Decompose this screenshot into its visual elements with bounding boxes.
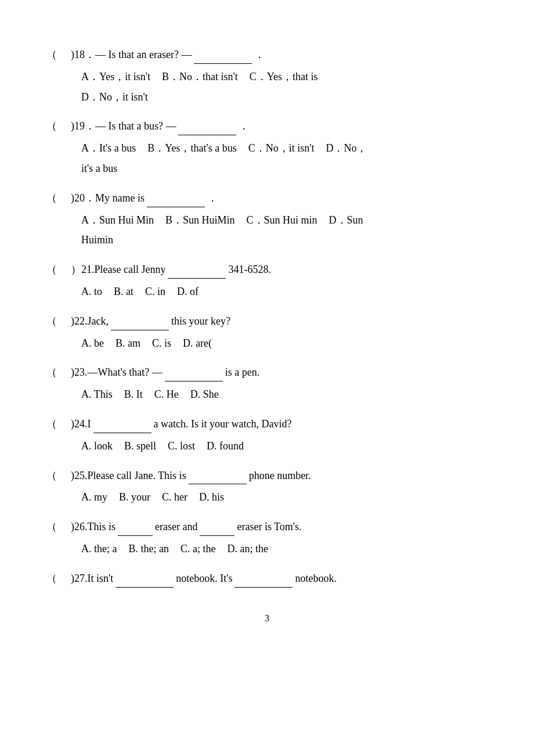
- answer-22-d: D. are(: [183, 335, 212, 352]
- q18-num: )18．: [71, 46, 95, 63]
- question-24-line: （ )24. I a watch. Is it your watch, Davi…: [46, 416, 488, 433]
- answer-19-a: A．It's a bus: [81, 140, 136, 157]
- answer-blank-21: [57, 261, 68, 278]
- answers-22: A. be B. am C. is D. are(: [81, 335, 488, 352]
- question-27: （ )27. It isn't notebook. It's notebook.: [46, 570, 488, 588]
- paren-open: （: [46, 313, 57, 330]
- q24-text: I: [88, 416, 91, 433]
- paren-open: （: [46, 570, 57, 587]
- answer-20-c: C．Sun Hui min: [247, 212, 317, 229]
- answers-19: A．It's a bus B．Yes，that's a bus C．No，it …: [81, 140, 488, 157]
- blank-27a: [116, 570, 174, 588]
- paren-open: （: [46, 190, 57, 207]
- answers-24: A. look B. spell C. lost D. found: [81, 438, 488, 455]
- answer-26-d: D. an; the: [227, 541, 268, 557]
- question-26: （ )26. This is eraser and eraser is Tom'…: [46, 519, 488, 557]
- answer-23-c: C. He: [154, 386, 179, 403]
- answer-blank-25: [57, 467, 68, 484]
- blank-22: [111, 313, 169, 330]
- answer-18-a: A．Yes，it isn't: [81, 69, 150, 85]
- paren-open: （: [46, 118, 57, 135]
- answer-blank-22: [57, 313, 68, 330]
- answer-19-b: B．Yes，that's a bus: [147, 140, 236, 157]
- blank-20: [147, 190, 205, 207]
- question-18: （ )18． ― Is that an eraser? ― ． A．Yes，it…: [46, 46, 488, 105]
- answer-19-continuation: it's a bus: [81, 160, 488, 177]
- q22-text: Jack,: [88, 313, 109, 330]
- answer-24-b: B. spell: [124, 438, 156, 455]
- q25-text: Please call Jane. This is: [88, 467, 186, 484]
- answer-blank-20: [57, 190, 68, 207]
- question-24: （ )24. I a watch. Is it your watch, Davi…: [46, 416, 488, 455]
- answer-blank-19: [57, 118, 68, 135]
- answer-blank-23: [57, 364, 68, 381]
- q27-end: notebook.: [295, 570, 337, 587]
- answer-22-b: B. am: [116, 335, 140, 352]
- q27-mid: notebook. It's: [176, 570, 232, 587]
- q22-end: this your key?: [171, 313, 230, 330]
- answer-blank-27: [57, 570, 68, 587]
- blank-26a: [118, 519, 153, 536]
- paren-open: （: [46, 467, 57, 484]
- answer-25-c: C. her: [162, 489, 187, 506]
- q24-end: a watch. Is it your watch, David?: [154, 416, 292, 433]
- q18-text: ― Is that an eraser? ―: [95, 46, 192, 63]
- answers-20: A．Sun Hui Min B．Sun HuiMin C．Sun Hui min…: [81, 212, 488, 229]
- answer-24-c: C. lost: [168, 438, 195, 455]
- q23-num: )23.: [71, 364, 88, 381]
- question-18-line: （ )18． ― Is that an eraser? ― ．: [46, 46, 488, 64]
- paren-open: （: [46, 416, 57, 433]
- answer-26-c: C. a; the: [181, 541, 216, 557]
- question-22: （ )22. Jack, this your key? A. be B. am …: [46, 313, 488, 352]
- paren-open: （: [46, 46, 57, 63]
- answer-blank-24: [57, 416, 68, 433]
- answer-20-b: B．Sun HuiMin: [165, 212, 235, 229]
- answer-19-d: D．No，: [326, 140, 367, 157]
- q26-end: eraser is Tom's.: [237, 519, 301, 535]
- answer-23-d: D. She: [190, 386, 219, 403]
- question-23: （ )23. ―What's that? ― is a pen. A. This…: [46, 364, 488, 403]
- answers-23: A. This B. It C. He D. She: [81, 386, 488, 403]
- answer-21-b: B. at: [114, 283, 134, 300]
- answer-23-a: A. This: [81, 386, 113, 403]
- answers-25: A. my B. your C. her D. his: [81, 489, 488, 506]
- answer-21-a: A. to: [81, 283, 102, 300]
- blank-21: [168, 261, 226, 279]
- answers-26: A. the; a B. the; an C. a; the D. an; th…: [81, 541, 488, 557]
- q22-num: )22.: [71, 313, 88, 330]
- q21-text: Please call Jenny: [95, 261, 166, 278]
- answer-22-a: A. be: [81, 335, 104, 352]
- q26-mid: eraser and: [155, 519, 197, 535]
- q26-text: This is: [88, 519, 116, 535]
- question-26-line: （ )26. This is eraser and eraser is Tom'…: [46, 519, 488, 536]
- answer-18-d: D．No，it isn't: [81, 89, 488, 106]
- answers-21: A. to B. at C. in D. of: [81, 283, 488, 300]
- blank-25: [189, 467, 247, 485]
- answer-21-d: D. of: [177, 283, 199, 300]
- paren-open: （: [46, 261, 57, 278]
- q20-end: ．: [207, 190, 218, 207]
- q21-num: ）21.: [71, 261, 95, 278]
- paren-open: （: [46, 364, 57, 381]
- answer-22-c: C. is: [152, 335, 171, 352]
- answer-24-a: A. look: [81, 438, 113, 455]
- answer-26-b: B. the; an: [128, 541, 169, 557]
- q18-end: ．: [254, 46, 265, 63]
- answer-25-d: D. his: [199, 489, 224, 506]
- answer-blank-26: [57, 519, 68, 535]
- page-number: 3: [46, 611, 488, 626]
- question-20: （ )20． My name is ． A．Sun Hui Min B．Sun …: [46, 190, 488, 249]
- q19-end: ．: [239, 118, 249, 135]
- blank-26b: [200, 519, 234, 536]
- question-22-line: （ )22. Jack, this your key?: [46, 313, 488, 330]
- question-25-line: （ )25. Please call Jane. This is phone n…: [46, 467, 488, 485]
- q24-num: )24.: [71, 416, 88, 433]
- q25-num: )25.: [71, 467, 88, 484]
- q20-text: My name is: [95, 190, 145, 207]
- answer-blank-18: [57, 46, 68, 63]
- q21-end: 341-6528.: [228, 261, 271, 278]
- answer-18-c: C．Yes，that is: [250, 69, 318, 85]
- answer-25-b: B. your: [119, 489, 150, 506]
- q23-text: ―What's that? ―: [88, 364, 163, 381]
- question-19: （ )19． ― Is that a bus? ― ． A．It's a bus…: [46, 118, 488, 177]
